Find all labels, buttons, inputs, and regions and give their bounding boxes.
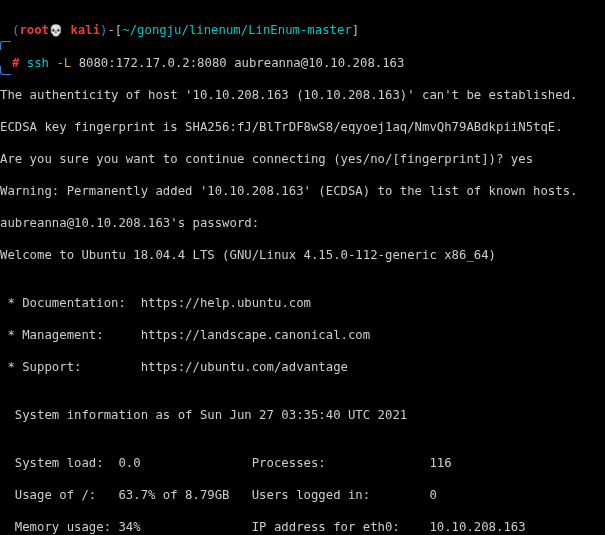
output-line: aubreanna@10.10.208.163's password: [0,215,605,231]
output-line: ECDSA key fingerprint is SHA256:fJ/BlTrD… [0,119,605,135]
output-line: Welcome to Ubuntu 18.04.4 LTS (GNU/Linux… [0,247,605,263]
output-line: System load: 0.0 Processes: 116 [0,455,605,471]
cmd-flag: -L [56,56,71,70]
prompt-end: ] [352,23,359,37]
output-line: * Documentation: https://help.ubuntu.com [0,295,605,311]
command-line-1: # ssh -L 8080:172.17.0.2:8080 aubreanna@… [0,55,605,71]
output-line: Usage of /: 63.7% of 8.79GB Users logged… [0,487,605,503]
output-line: * Management: https://landscape.canonica… [0,327,605,343]
prompt-line-1: (root💀 kali)-[~/gongju/linenum/LinEnum-m… [0,22,605,39]
prompt-user: root [19,23,49,37]
output-line: System information as of Sun Jun 27 03:3… [0,407,605,423]
output-line: Are you sure you want to continue connec… [0,151,605,167]
prompt-path: ~/gongju/linenum/LinEnum-master [122,23,352,37]
output-line: The authenticity of host '10.10.208.163 … [0,87,605,103]
cmd-args: 8080:172.17.0.2:8080 aubreanna@10.10.208… [79,56,405,70]
prompt-host: kali [70,23,100,37]
prompt-hash: # [12,56,19,70]
prompt-dash: -[ [107,23,122,37]
cmd-ssh: ssh [27,56,49,70]
output-line: Memory usage: 34% IP address for eth0: 1… [0,519,605,535]
terminal[interactable]: (root💀 kali)-[~/gongju/linenum/LinEnum-m… [0,0,605,535]
output-line: Warning: Permanently added '10.10.208.16… [0,183,605,199]
skull-icon: 💀 [49,24,63,37]
output-line: * Support: https://ubuntu.com/advantage [0,359,605,375]
